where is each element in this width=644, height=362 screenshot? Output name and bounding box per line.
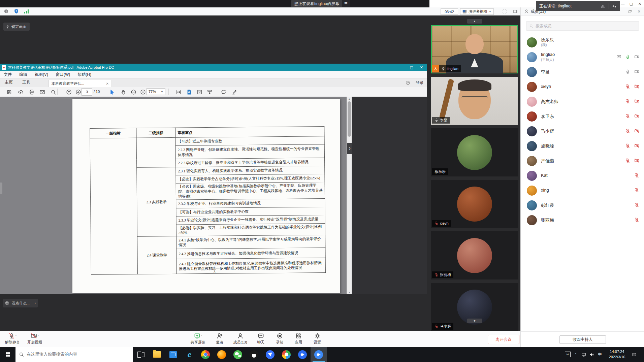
acrobat-maximize-button[interactable]: ▢ [410, 65, 413, 70]
mic-muted-icon[interactable] [625, 143, 630, 148]
reply-arrow-icon[interactable] [612, 4, 617, 9]
zoom-out-icon[interactable] [129, 88, 137, 96]
video-tile-马少辉[interactable]: 马少辉 [431, 283, 518, 331]
previous-page-icon[interactable] [65, 88, 73, 96]
volume-icon[interactable] [588, 347, 596, 362]
acrobat-menu-4[interactable]: 帮助(H) [74, 72, 95, 77]
taskbar-app-internet-explorer[interactable]: e [181, 347, 197, 362]
reclaim-host-button[interactable]: 收回主持人 [559, 335, 606, 344]
collapse-chat-icon[interactable]: ‹ [35, 301, 36, 305]
video-tile-xieyh[interactable]: xieyh [431, 180, 518, 228]
camera-off-icon[interactable] [634, 128, 639, 133]
minimize-button[interactable]: — [618, 0, 627, 7]
camera-off-icon[interactable] [634, 113, 639, 119]
popout-panel-icon[interactable] [628, 9, 632, 14]
document-scrollbar[interactable]: ▲ ▼ [347, 97, 352, 294]
tray-expand-icon[interactable]: ⌃ [572, 347, 580, 362]
mic-muted-icon[interactable] [625, 158, 630, 163]
control-invite-button[interactable]: 邀请 [212, 332, 228, 346]
participant-row-xieyh[interactable]: xieyh [521, 79, 644, 94]
taskbar-app-firefox[interactable] [214, 347, 230, 362]
camera-off-icon[interactable] [634, 158, 639, 163]
taskbar-app-feishu[interactable] [262, 347, 278, 362]
taskbar-app-browser-360[interactable] [278, 347, 294, 362]
reading-mode-icon[interactable] [195, 88, 203, 96]
pane-expand-handle[interactable]: ❯ [347, 143, 352, 154]
share-file-icon[interactable] [17, 88, 25, 96]
comment-icon[interactable] [220, 88, 228, 96]
display-icon[interactable] [580, 347, 588, 362]
acrobat-menu-1[interactable]: 编辑 [15, 72, 31, 77]
videos-scroll-down-icon[interactable]: ▼ [467, 319, 482, 323]
videos-scroll-up-icon[interactable]: ▲ [467, 19, 482, 24]
camera-icon[interactable] [634, 54, 639, 59]
highlighter-icon[interactable] [230, 88, 238, 96]
participant-row-xing[interactable]: xing [521, 183, 644, 198]
scrollbar-thumb[interactable] [348, 101, 351, 137]
taskbar-app-voov-meeting-active[interactable] [311, 347, 327, 362]
input-language-indicator[interactable]: 中 [596, 347, 604, 362]
chevron-up-icon[interactable]: ^ [15, 334, 17, 337]
participant-row-施晓峰[interactable]: 施晓峰 [521, 139, 644, 154]
taskbar-app-qq[interactable] [246, 347, 262, 362]
quick-chat-pill[interactable]: 说点什么... ‹ [3, 299, 38, 307]
control-chat-button[interactable]: 聊天 [253, 332, 269, 346]
column-tools-icon[interactable] [205, 88, 214, 96]
acrobat-menu-2[interactable]: 视图(V) [31, 72, 52, 77]
left-pane-handle[interactable] [0, 183, 2, 194]
scroll-up-icon[interactable]: ▲ [347, 97, 352, 101]
taskbar-app-file-explorer[interactable] [149, 347, 165, 362]
mic-muted-icon[interactable] [634, 173, 639, 178]
save-icon[interactable] [5, 88, 13, 96]
meeting-info-icon[interactable] [2, 8, 10, 14]
ime-icon[interactable]: M [564, 347, 572, 362]
print-icon[interactable] [28, 88, 36, 96]
sharing-screen-icon[interactable] [616, 54, 621, 59]
participant-row-张丽梅[interactable]: 张丽梅 [521, 213, 644, 228]
acrobat-close-button[interactable]: ✕ [420, 65, 423, 70]
control-apps-button[interactable]: 应用 [290, 332, 307, 346]
taskbar-search-box[interactable]: 在这里输入你要搜索的内容 [15, 347, 133, 362]
scroll-down-icon[interactable]: ▼ [347, 290, 352, 294]
participant-row-李昆[interactable]: 李昆 [521, 65, 644, 79]
mic-muted-icon[interactable] [634, 217, 639, 222]
control-cam-off-button[interactable]: ^开启视频 [24, 332, 45, 346]
camera-off-icon[interactable] [634, 143, 639, 148]
acrobat-menu-0[interactable]: 文件 [0, 72, 15, 77]
next-page-icon[interactable] [74, 88, 82, 96]
participant-row-马少辉[interactable]: 马少辉 [521, 124, 644, 139]
taskbar-app-microsoft-store[interactable] [165, 347, 181, 362]
chevron-up-icon[interactable]: ^ [38, 334, 39, 337]
security-shield-icon[interactable] [12, 8, 20, 14]
chevron-up-icon[interactable]: ^ [201, 334, 202, 337]
show-desktop-strip[interactable] [641, 347, 644, 362]
leave-meeting-button[interactable]: 离开会议 [488, 335, 519, 344]
close-panel-icon[interactable]: ✕ [638, 9, 641, 14]
sign-in-link[interactable]: 登录 [416, 80, 424, 86]
tab-close-icon[interactable]: ✕ [106, 82, 109, 86]
mic-muted-icon[interactable] [634, 202, 639, 207]
maximize-button[interactable]: ▢ [627, 0, 635, 7]
emoji-icon[interactable] [5, 301, 9, 305]
participant-row-徐乐乐[interactable]: 徐乐乐(我) [521, 35, 644, 50]
banner-menu-icon[interactable]: ☰ [342, 0, 350, 7]
mic-muted-icon[interactable] [634, 188, 639, 193]
view-mode-dropdown[interactable]: 演讲者视图 ▼ [460, 8, 494, 15]
camera-icon[interactable] [634, 69, 639, 74]
email-icon[interactable] [38, 88, 46, 96]
mic-muted-icon[interactable] [625, 113, 630, 119]
camera-off-icon[interactable] [634, 99, 639, 104]
participant-row-高杰老师[interactable]: 高杰老师 [521, 94, 644, 109]
fullscreen-icon[interactable] [501, 8, 509, 14]
notification-center-icon[interactable] [630, 347, 638, 362]
control-member-button[interactable]: 成员(13) [230, 332, 250, 346]
participant-row-Kat[interactable]: Kat [521, 168, 644, 183]
control-share-button[interactable]: ^共享屏幕 [187, 332, 209, 346]
participant-row-李卫东[interactable]: 李卫东 [521, 109, 644, 124]
mic-on-icon[interactable] [625, 54, 630, 59]
video-tile-tingliao[interactable]: tingliao [431, 25, 518, 73]
participant-row-tingliao[interactable]: tingliao(主持人) [521, 50, 644, 65]
zoom-in-icon[interactable] [139, 88, 147, 96]
close-button[interactable]: ✕ [636, 0, 644, 7]
page-number-input[interactable]: 3 [82, 88, 92, 96]
